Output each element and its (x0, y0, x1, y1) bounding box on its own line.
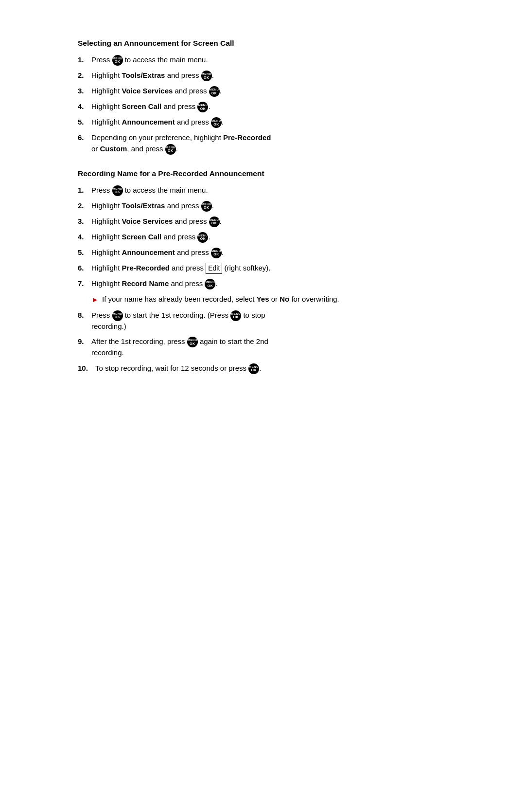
bullet-item-overwrite: ► If your name has already been recorded… (91, 294, 447, 306)
menu-item-label: Custom (100, 144, 127, 153)
step-number: 4. (78, 232, 91, 243)
step-content: Press MENUOK to access the main menu. (91, 54, 447, 66)
step-content: Highlight Announcement and press MENUOK. (91, 117, 447, 128)
step-number: 6. (78, 132, 91, 144)
step-content: Highlight Screen Call and press MENUOK. (91, 101, 447, 112)
menu-ok-btn: MENUOK (187, 337, 198, 347)
step-content: Highlight Record Name and press MENUOK. (91, 278, 447, 289)
menu-ok-btn: MENUOK (211, 117, 222, 128)
menu-ok-btn: MENUOK (209, 86, 220, 97)
step-number: 7. (78, 278, 91, 289)
section2-steps-after: 8. Press MENUOK to start the 1st recordi… (78, 310, 447, 374)
section-recording-name: Recording Name for a Pre-Recorded Announ… (78, 169, 447, 374)
step-1-2: 2. Highlight Tools/Extras and press MENU… (78, 70, 447, 81)
step-content: Highlight Voice Services and press MENUO… (91, 86, 447, 97)
menu-ok-btn: MENUOK (201, 201, 212, 212)
step-2-2: 2. Highlight Tools/Extras and press MENU… (78, 200, 447, 212)
step-1-6: 6. Depending on your preference, highlig… (78, 132, 447, 155)
step-content: Highlight Tools/Extras and press MENUOK. (91, 200, 447, 212)
step-content: Press MENUOK to access the main menu. (91, 185, 447, 196)
option-yes: Yes (257, 295, 269, 303)
step-number: 6. (78, 263, 91, 274)
step-number: 10. (78, 363, 95, 374)
step-2-7: 7. Highlight Record Name and press MENUO… (78, 278, 447, 289)
menu-item-label: Tools/Extras (122, 201, 165, 210)
menu-item-label: Screen Call (122, 233, 162, 241)
menu-item-label: Voice Services (122, 87, 173, 95)
step-2-4: 4. Highlight Screen Call and press MENUO… (78, 232, 447, 243)
menu-ok-btn: MENUOK (197, 102, 208, 112)
step-number: 4. (78, 101, 91, 112)
step-content: Depending on your preference, highlight … (91, 132, 447, 155)
step-number: 1. (78, 54, 91, 66)
menu-item-label: Tools/Extras (122, 71, 165, 79)
option-no: No (280, 295, 289, 303)
section2-steps: 1. Press MENUOK to access the main menu.… (78, 185, 447, 290)
menu-ok-btn: MENUOK (112, 55, 123, 66)
step-number: 5. (78, 117, 91, 128)
page-wrapper: Selecting an Announcement for Screen Cal… (78, 39, 447, 812)
menu-ok-btn: MENUOK (165, 144, 176, 155)
menu-item-label: Pre-Recorded (223, 133, 271, 142)
step-2-1: 1. Press MENUOK to access the main menu. (78, 185, 447, 196)
menu-item-label: Record Name (122, 279, 169, 288)
step-content: Highlight Pre-Recorded and press Edit (r… (91, 263, 447, 274)
step-content: Highlight Screen Call and press MENUOK. (91, 232, 447, 243)
menu-ok-btn: MENUOK (248, 363, 259, 374)
step-1-3: 3. Highlight Voice Services and press ME… (78, 86, 447, 97)
menu-item-label: Pre-Recorded (122, 264, 170, 272)
step-2-9: 9. After the 1st recording, press MENUOK… (78, 336, 447, 359)
step-2-3: 3. Highlight Voice Services and press ME… (78, 216, 447, 227)
step-number: 3. (78, 216, 91, 227)
menu-ok-btn: MENUOK (230, 310, 241, 321)
step-content: Highlight Announcement and press MENUOK. (91, 247, 447, 258)
menu-ok-btn: MENUOK (205, 279, 215, 289)
menu-ok-btn: MENUOK (112, 310, 123, 321)
menu-ok-btn: MENUOK (211, 248, 222, 258)
step-number: 5. (78, 247, 91, 258)
menu-ok-btn: MENUOK (201, 71, 212, 81)
step-2-5: 5. Highlight Announcement and press MENU… (78, 247, 447, 258)
section-selecting-announcement: Selecting an Announcement for Screen Cal… (78, 39, 447, 155)
menu-ok-btn: MENUOK (112, 185, 123, 196)
section1-steps: 1. Press MENUOK to access the main menu.… (78, 54, 447, 155)
step-1-5: 5. Highlight Announcement and press MENU… (78, 117, 447, 128)
menu-ok-btn: MENUOK (197, 232, 208, 243)
menu-ok-btn: MENUOK (209, 217, 220, 227)
step-1-1: 1. Press MENUOK to access the main menu. (78, 54, 447, 66)
step-1-4: 4. Highlight Screen Call and press MENUO… (78, 101, 447, 112)
step-number: 2. (78, 200, 91, 212)
step-number: 9. (78, 336, 91, 347)
step-number: 1. (78, 185, 91, 196)
section1-title: Selecting an Announcement for Screen Cal… (78, 39, 447, 48)
menu-item-label: Announcement (122, 248, 175, 256)
step-2-6: 6. Highlight Pre-Recorded and press Edit… (78, 263, 447, 274)
step-number: 8. (78, 310, 91, 321)
step-content: After the 1st recording, press MENUOK ag… (91, 336, 447, 359)
step-2-8: 8. Press MENUOK to start the 1st recordi… (78, 310, 447, 332)
step-content: Highlight Voice Services and press MENUO… (91, 216, 447, 227)
step-number: 2. (78, 70, 91, 81)
step-2-10: 10. To stop recording, wait for 12 secon… (78, 363, 447, 374)
menu-item-label: Announcement (122, 118, 175, 126)
menu-item-label: Voice Services (122, 217, 173, 225)
step-content: Highlight Tools/Extras and press MENUOK. (91, 70, 447, 81)
arrow-icon: ► (91, 294, 102, 306)
page-content: Selecting an Announcement for Screen Cal… (78, 39, 447, 374)
menu-item-label: Screen Call (122, 102, 162, 110)
section2-title: Recording Name for a Pre-Recorded Announ… (78, 169, 447, 178)
edit-softkey-btn: Edit (206, 263, 222, 274)
step-number: 3. (78, 86, 91, 97)
step-content: Press MENUOK to start the 1st recording.… (91, 310, 447, 332)
bullet-content: If your name has already been recorded, … (102, 294, 447, 305)
step-content: To stop recording, wait for 12 seconds o… (95, 363, 447, 374)
